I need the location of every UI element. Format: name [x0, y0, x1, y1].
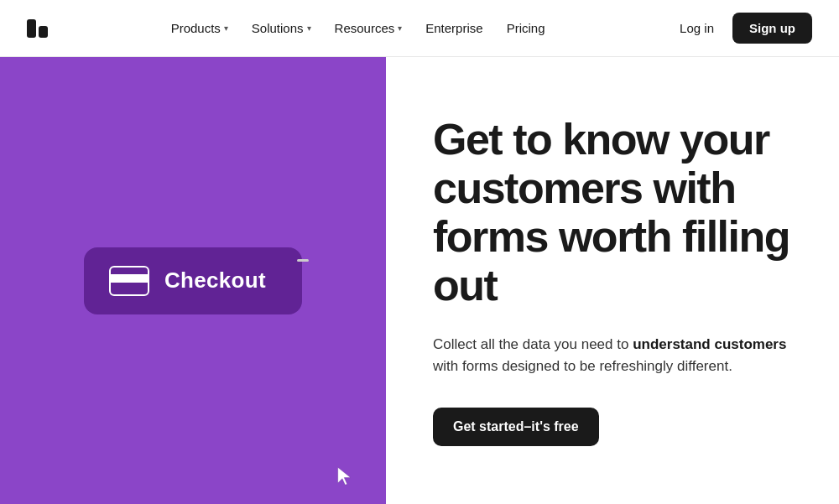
chevron-down-icon: ▾	[307, 23, 311, 33]
subtext-bold: understand customers	[633, 336, 786, 352]
nav-link-products[interactable]: Products ▾	[161, 16, 238, 40]
login-button[interactable]: Log in	[668, 14, 726, 42]
nav-label-resources: Resources	[335, 21, 395, 35]
hero-subtext: Collect all the data you need to underst…	[433, 334, 792, 378]
card-stripe	[111, 274, 148, 283]
hero-illustration: Checkout	[0, 57, 386, 504]
logo-icon	[27, 19, 48, 38]
nav-label-pricing: Pricing	[507, 21, 545, 35]
checkout-card: Checkout	[84, 247, 302, 314]
nav-label-enterprise: Enterprise	[425, 21, 482, 35]
nav-item-enterprise[interactable]: Enterprise	[415, 16, 492, 40]
nav-label-solutions: Solutions	[252, 21, 304, 35]
nav-item-products[interactable]: Products ▾	[161, 16, 238, 40]
nav-item-solutions[interactable]: Solutions ▾	[242, 16, 321, 40]
chevron-down-icon: ▾	[398, 23, 402, 33]
subtext-after: with forms designed to be refreshingly d…	[433, 358, 732, 374]
nav-actions: Log in Sign up	[668, 13, 812, 44]
subtext-before: Collect all the data you need to	[433, 336, 633, 352]
hero-section: Checkout Get to know your customers with…	[0, 57, 839, 504]
navbar: Products ▾ Solutions ▾ Resources ▾ Enter…	[0, 0, 839, 57]
logo-rect-left	[27, 19, 36, 38]
nav-link-resources[interactable]: Resources ▾	[325, 16, 413, 40]
logo[interactable]	[27, 19, 48, 38]
cta-button[interactable]: Get started–it's free	[433, 408, 599, 446]
nav-link-pricing[interactable]: Pricing	[497, 16, 555, 40]
nav-label-products: Products	[171, 21, 221, 35]
signup-button[interactable]: Sign up	[732, 13, 812, 44]
nav-item-pricing[interactable]: Pricing	[497, 16, 555, 40]
chevron-down-icon: ▾	[224, 23, 228, 33]
cursor-icon	[334, 465, 357, 492]
logo-rect-right	[39, 26, 48, 38]
hero-content: Get to know your customers with forms wo…	[386, 57, 839, 504]
credit-card-icon	[109, 266, 149, 296]
nav-link-solutions[interactable]: Solutions ▾	[242, 16, 321, 40]
nav-links: Products ▾ Solutions ▾ Resources ▾ Enter…	[161, 16, 555, 40]
nav-link-enterprise[interactable]: Enterprise	[415, 16, 492, 40]
card-dash-indicator	[297, 259, 309, 262]
card-label: Checkout	[164, 268, 266, 294]
nav-item-resources[interactable]: Resources ▾	[325, 16, 413, 40]
hero-heading: Get to know your customers with forms wo…	[433, 115, 792, 310]
